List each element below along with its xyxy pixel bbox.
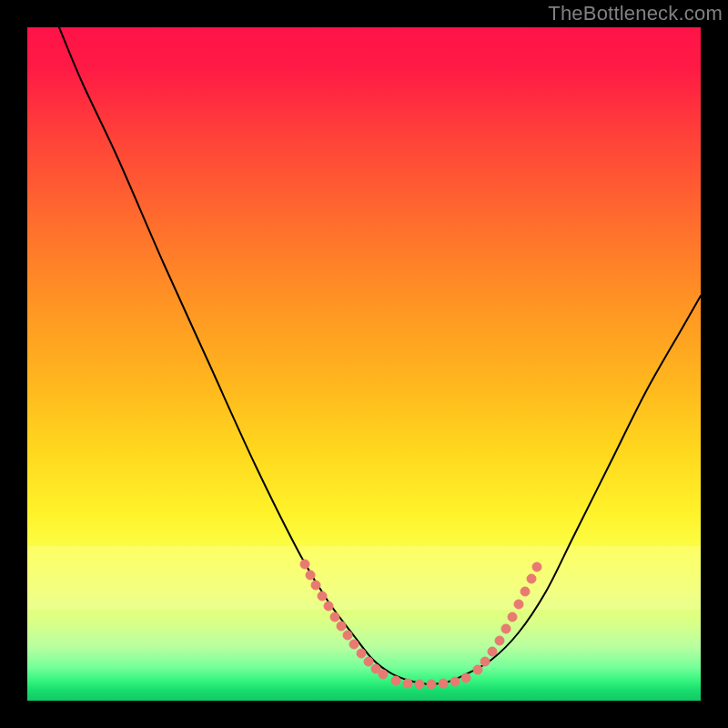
curve-marker (521, 587, 530, 596)
curve-marker (357, 649, 366, 658)
curve-right-branch (428, 296, 701, 684)
curve-marker (439, 679, 448, 688)
plot-area (27, 27, 701, 701)
curve-marker (532, 562, 541, 571)
curve-left-branch (59, 27, 428, 684)
curve-marker (450, 677, 460, 686)
curve-marker (318, 592, 327, 601)
curve-marker (480, 657, 490, 666)
curve-marker (324, 602, 333, 611)
curve-marker (337, 622, 346, 631)
curve-marker (330, 612, 339, 622)
curve-marker (427, 680, 436, 689)
curve-marker (461, 673, 470, 682)
curve-marker (473, 665, 482, 674)
curve-layer (27, 27, 701, 701)
curve-marker (514, 600, 523, 609)
chart-stage: TheBottleneck.com (0, 0, 728, 728)
curve-marker (495, 636, 504, 645)
curve-marker (300, 560, 309, 569)
watermark-text: TheBottleneck.com (548, 2, 723, 25)
curve-marker (364, 657, 373, 666)
curve-marker (403, 679, 412, 688)
curve-marker (415, 680, 424, 689)
curve-marker (379, 670, 388, 679)
curve-marker (527, 574, 536, 583)
curve-marker (343, 631, 352, 640)
curve-marker (488, 647, 497, 656)
curve-marker (508, 612, 517, 622)
curve-marker (311, 581, 320, 590)
curve-marker (349, 640, 359, 649)
curve-group (59, 27, 701, 684)
marker-group (300, 560, 541, 689)
curve-marker (391, 676, 400, 685)
curve-marker (501, 624, 511, 633)
curve-marker (306, 571, 315, 580)
